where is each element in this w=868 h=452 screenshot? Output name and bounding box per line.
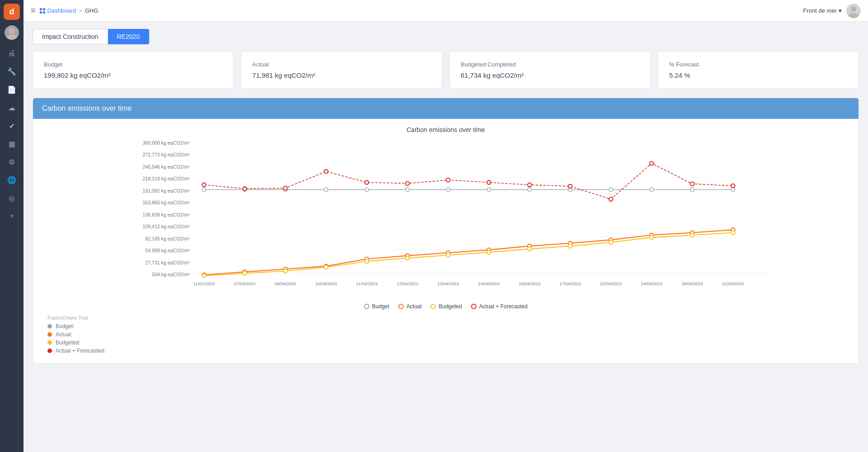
chart-legend: Budget Actual Budgeted Actual + Forecast… <box>40 303 851 310</box>
svg-text:08/04/2023: 08/04/2023 <box>274 281 296 286</box>
svg-point-78 <box>324 265 328 269</box>
kpi-budgeted-value: 61,734 kg eqCO2/m² <box>461 71 639 79</box>
svg-point-46 <box>731 188 735 191</box>
svg-point-80 <box>406 256 409 260</box>
svg-text:300,000 kg eqCO2/m²: 300,000 kg eqCO2/m² <box>142 140 190 146</box>
chart-section: Carbon emissions over time Carbon emissi… <box>33 98 859 363</box>
svg-text:245,546 kg eqCO2/m²: 245,546 kg eqCO2/m² <box>142 164 190 170</box>
svg-point-36 <box>324 188 328 191</box>
page-content: Impact Construction RE2020 Budget 199,80… <box>24 22 868 452</box>
svg-text:272,773 kg eqCO2/m²: 272,773 kg eqCO2/m² <box>142 152 190 157</box>
print-icon[interactable]: 🖨 <box>4 45 20 61</box>
svg-point-86 <box>650 235 653 239</box>
svg-point-0 <box>9 28 15 34</box>
svg-text:163,865 kg eqCO2/m²: 163,865 kg eqCO2/m² <box>142 200 190 205</box>
kpi-budgeted-label: Budgeted Completed <box>461 61 639 68</box>
svg-point-33 <box>202 188 206 191</box>
hamburger-menu[interactable]: ≡ <box>31 6 36 15</box>
user-avatar-topbar[interactable] <box>846 4 861 18</box>
check-icon[interactable]: ✓ <box>4 118 20 134</box>
tab-re2020[interactable]: RE2020 <box>108 29 150 44</box>
legend-budgeted-label: Budgeted <box>439 303 462 310</box>
legend-actual-forecasted-label: Actual + Forecasted <box>479 303 528 310</box>
svg-point-48 <box>243 187 246 190</box>
svg-point-38 <box>406 188 409 191</box>
cloud-icon[interactable]: ☁ <box>4 99 20 116</box>
svg-point-88 <box>731 231 735 235</box>
svg-text:26/04/2023: 26/04/2023 <box>681 281 703 286</box>
kpi-actual-value: 71,981 kg eqCO2/m² <box>252 71 431 79</box>
legend-budget: Budget <box>364 303 389 310</box>
breadcrumb-dashboard[interactable]: Dashboard <box>39 7 76 14</box>
svg-point-59 <box>690 182 694 186</box>
svg-rect-4 <box>40 11 42 14</box>
svg-point-52 <box>406 181 409 185</box>
legend-actual-label: Actual <box>406 303 421 310</box>
kpi-forecast-value: 5.24 % <box>669 71 848 79</box>
layers-icon[interactable]: ◎ <box>4 190 20 206</box>
legend-list: FusionCharts Trial Budget: Actual: Budge… <box>40 315 851 354</box>
legend-list-actual-forecasted: Actual + Forecasted: <box>47 348 844 354</box>
svg-rect-5 <box>43 11 45 14</box>
legend-list-actual: Actual: <box>47 331 844 338</box>
globe-icon[interactable]: 🌐 <box>4 172 20 188</box>
legend-budgeted: Budgeted <box>430 303 462 310</box>
kpi-actual: Actual 71,981 kg eqCO2/m² <box>241 52 442 89</box>
legend-list-budget-label: Budget: <box>56 323 74 330</box>
legend-list-budgeted: Budgeted: <box>47 339 844 346</box>
svg-text:27,731 kg eqCO2/m²: 27,731 kg eqCO2/m² <box>145 260 190 265</box>
svg-point-37 <box>365 188 368 191</box>
svg-text:82,185 kg eqCO2/m²: 82,185 kg eqCO2/m² <box>145 236 190 241</box>
svg-point-7 <box>851 6 856 12</box>
user-avatar-sidebar[interactable] <box>5 25 19 40</box>
legend-list-actual-forecasted-label: Actual + Forecasted: <box>56 348 105 354</box>
chart-svg: 300,000 kg eqCO2/m² 272,773 kg eqCO2/m² … <box>40 137 851 300</box>
layout-icon[interactable]: ▦ <box>4 136 20 152</box>
legend-list-budget: Budget: <box>47 323 844 330</box>
kpi-row: Budget 199,802 kg eqCO2/m² Actual 71,981… <box>33 52 859 89</box>
kpi-budget: Budget 199,802 kg eqCO2/m² <box>33 52 234 89</box>
svg-text:191,092 kg eqCO2/m²: 191,092 kg eqCO2/m² <box>142 188 190 193</box>
svg-text:10/04/2023: 10/04/2023 <box>315 281 337 286</box>
svg-text:14/04/2023: 14/04/2023 <box>478 281 500 286</box>
svg-point-51 <box>365 180 368 184</box>
svg-point-85 <box>609 240 613 244</box>
svg-text:22/04/2023: 22/04/2023 <box>600 281 622 286</box>
svg-point-82 <box>487 250 491 254</box>
svg-point-44 <box>650 188 653 191</box>
kpi-budgeted-completed: Budgeted Completed 61,734 kg eqCO2/m² <box>449 52 651 89</box>
svg-point-54 <box>487 180 491 184</box>
legend-list-budget-dot <box>47 324 52 329</box>
breadcrumb-separator: > <box>79 7 82 14</box>
svg-rect-2 <box>40 8 42 10</box>
legend-actual-dot <box>398 304 404 309</box>
svg-point-77 <box>283 269 287 273</box>
legend-list-budgeted-dot <box>47 340 52 345</box>
org-selector[interactable]: Front de mer ▾ <box>803 7 842 14</box>
main-content: ≡ Dashboard > GHG Front de mer ▾ Impa <box>24 0 868 452</box>
plus-icon[interactable]: + <box>4 208 20 224</box>
svg-point-53 <box>446 178 450 182</box>
legend-actual-forecasted-dot <box>471 304 476 309</box>
document-icon[interactable]: 📄 <box>4 81 20 98</box>
chart-body: Carbon emissions over time 300,000 kg eq… <box>33 119 859 363</box>
kpi-budget-value: 199,802 kg eqCO2/m² <box>44 71 222 79</box>
legend-budget-label: Budget <box>372 303 389 310</box>
svg-text:12/04/2023: 12/04/2023 <box>396 281 418 286</box>
sidebar: d 🖨 🔧 📄 ☁ ✓ ▦ ⚙ 🌐 ◎ + <box>0 0 24 452</box>
svg-point-83 <box>528 247 531 251</box>
svg-rect-3 <box>43 8 45 10</box>
tab-impact-construction[interactable]: Impact Construction <box>33 29 108 44</box>
wrench-icon[interactable]: 🔧 <box>4 63 20 80</box>
svg-point-47 <box>202 183 206 187</box>
svg-point-49 <box>283 186 287 190</box>
svg-point-1 <box>6 34 17 40</box>
fusioncharts-trial: FusionCharts Trial <box>47 315 844 320</box>
app-logo[interactable]: d <box>4 4 20 20</box>
svg-text:218,319 kg eqCO2/m²: 218,319 kg eqCO2/m² <box>142 176 190 181</box>
kpi-actual-label: Actual <box>252 61 431 68</box>
svg-text:11/04/2023: 11/04/2023 <box>356 281 377 286</box>
svg-point-76 <box>243 272 246 275</box>
svg-point-57 <box>609 197 613 201</box>
gear-icon[interactable]: ⚙ <box>4 154 20 170</box>
